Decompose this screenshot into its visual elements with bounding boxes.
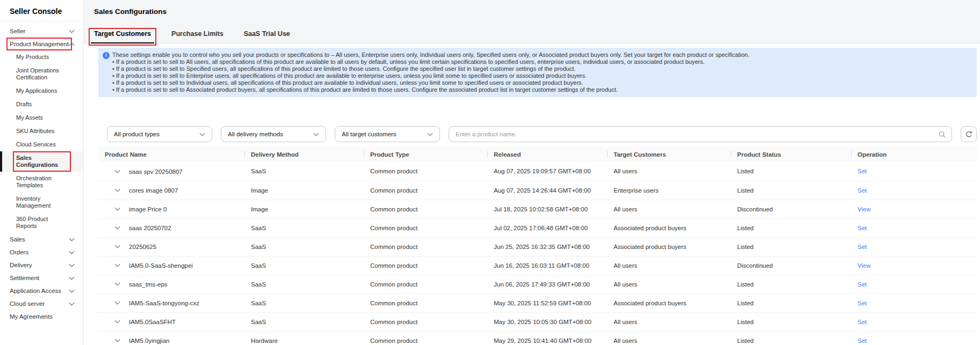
product-name: saas_tms-eps [129, 281, 168, 288]
row-expand-button[interactable] [114, 188, 120, 192]
search-icon[interactable] [938, 130, 946, 138]
row-expand-button[interactable] [114, 226, 120, 230]
sidebar-item-label: Cloud server [10, 300, 45, 307]
operation-link[interactable]: View [857, 262, 871, 269]
target-customers-cell: Associated product buyers [607, 218, 731, 237]
refresh-button[interactable] [961, 126, 977, 142]
sidebar-item-cloud-server[interactable]: Cloud server [0, 297, 83, 310]
chevron-down-icon [313, 133, 319, 136]
info-banner: i These settings enable you to control w… [98, 48, 977, 97]
search-input[interactable] [455, 130, 938, 138]
sidebar-item-joint-operations-certification[interactable]: Joint Operations Certification [0, 64, 83, 84]
row-expand-button[interactable] [114, 282, 120, 286]
row-expand-button[interactable] [114, 339, 120, 342]
chevron-down-icon [69, 30, 75, 33]
table-row: image Price 0 Image Common product Jul 1… [98, 200, 977, 218]
chevron-down-icon [114, 339, 120, 342]
sidebar-item-product-management[interactable]: Product Management [0, 38, 83, 50]
operation-link[interactable]: Set [857, 225, 867, 231]
chevron-down-icon [114, 263, 120, 267]
row-expand-button[interactable] [114, 263, 120, 267]
product-name: saas 20250702 [129, 225, 171, 231]
products-table: Product NameDelivery MethodProduct TypeR… [98, 146, 977, 345]
released-cell: Jun 06, 2025 17:49:33 GMT+08:00 [487, 275, 607, 293]
content-area: i These settings enable you to control w… [84, 43, 980, 345]
sidebar-item-settlement[interactable]: Settlement [0, 271, 83, 284]
product-name: cores image 0807 [129, 187, 178, 194]
row-expand-button[interactable] [114, 207, 120, 211]
filter-all-product-types[interactable]: All product types [107, 126, 212, 142]
product-status-cell: Discontinued [731, 256, 851, 275]
operation-link[interactable]: Set [857, 319, 867, 325]
operation-link[interactable]: View [857, 206, 871, 212]
info-icon: i [103, 52, 110, 59]
sidebar-item-cloud-services[interactable]: Cloud Services [0, 138, 83, 151]
product-type-cell: Common product [364, 200, 487, 218]
chevron-down-icon [69, 276, 75, 280]
sidebar-divider [0, 21, 83, 21]
sidebar-item-360-product-reports[interactable]: 360 Product Reports [0, 212, 83, 233]
sidebar-item-my-products[interactable]: My Products [0, 50, 83, 64]
banner-bullet: If a product is set to sell to Associate… [112, 86, 969, 93]
sidebar-item-my-agreements[interactable]: My Agreements [0, 310, 83, 323]
product-status-cell: Listed [731, 218, 851, 237]
tab-target-customers[interactable]: Target Customers [91, 30, 154, 43]
operation-link[interactable]: Set [857, 244, 867, 250]
product-name: IAM5.0SaaSFHT [129, 319, 176, 325]
sidebar-item-seller[interactable]: Seller [0, 25, 83, 38]
sidebar-item-orders[interactable]: Orders [0, 246, 83, 259]
target-customers-cell: Enterprise users [607, 181, 731, 200]
sidebar-item-label: Sales Configurations [16, 155, 68, 168]
row-expand-button[interactable] [114, 245, 120, 248]
row-expand-button[interactable] [114, 320, 120, 324]
sidebar-item-inventory-management[interactable]: Inventory Management [0, 192, 83, 212]
sidebar-item-application-access[interactable]: Application Access [0, 284, 83, 297]
tab-purchase-limits[interactable]: Purchase Limits [168, 30, 227, 43]
product-name: IAM5.0-SaaS-shengpei [129, 262, 193, 269]
sidebar-item-sales[interactable]: Sales [0, 233, 83, 246]
delivery-method-cell: SaaS [244, 237, 364, 256]
sidebar-item-drafts[interactable]: Drafts [0, 98, 83, 111]
delivery-method-cell: SaaS [244, 218, 364, 237]
chevron-down-icon [114, 245, 120, 248]
delivery-method-cell: Hardware [244, 331, 364, 345]
released-cell: May 30, 2025 11:52:59 GMT+08:00 [487, 293, 607, 312]
product-type-cell: Common product [364, 256, 487, 275]
dropdown-value: All target customers [342, 131, 397, 137]
filter-all-target-customers[interactable]: All target customers [335, 126, 440, 142]
target-customers-cell: All users [607, 256, 731, 275]
sidebar-item-delivery[interactable]: Delivery [0, 259, 83, 271]
sidebar-item-orchestration-templates[interactable]: Orchestration Templates [0, 172, 83, 192]
operation-link[interactable]: Set [857, 300, 867, 306]
sidebar-item-sales-configurations[interactable]: Sales Configurations [0, 151, 83, 172]
column-header-product-name: Product Name [98, 146, 244, 162]
page-header: Sales Configurations Target Customers Pu… [84, 0, 980, 43]
row-expand-button[interactable] [114, 170, 120, 173]
sidebar-item-label: Sales [10, 236, 25, 243]
product-type-cell: Common product [364, 275, 487, 293]
operation-link[interactable]: Set [857, 168, 867, 174]
released-cell: Jul 02, 2025 17:06:48 GMT+08:00 [487, 218, 607, 237]
operation-link[interactable]: Set [857, 187, 867, 194]
sidebar-item-my-applications[interactable]: My Applications [0, 84, 83, 98]
sidebar-item-sku-attributes[interactable]: SKU Attributes [0, 124, 83, 138]
sidebar-item-label: Cloud Services [16, 141, 56, 148]
filter-all-delivery-methods[interactable]: All delivery methods [221, 126, 326, 142]
column-header-product-status: Product Status [731, 146, 851, 162]
dropdown-value: All product types [114, 131, 160, 137]
chevron-down-icon [69, 263, 75, 267]
operation-link[interactable]: Set [857, 337, 867, 344]
target-customers-cell: All users [607, 162, 731, 181]
delivery-method-cell: SaaS [244, 256, 364, 275]
chevron-down-icon [69, 302, 75, 306]
row-expand-button[interactable] [114, 301, 120, 305]
sidebar-item-my-assets[interactable]: My Assets [0, 111, 83, 124]
tab-saas-trial-use[interactable]: SaaS Trial Use [241, 30, 293, 43]
operation-link[interactable]: Set [857, 281, 867, 288]
product-name: saas spv 20250807 [129, 168, 183, 175]
chevron-down-icon [69, 289, 75, 293]
page-title: Sales Configurations [94, 8, 980, 16]
product-name: 20250625 [129, 244, 156, 250]
product-type-cell: Common product [364, 312, 487, 331]
column-header-released: Released [487, 146, 607, 162]
